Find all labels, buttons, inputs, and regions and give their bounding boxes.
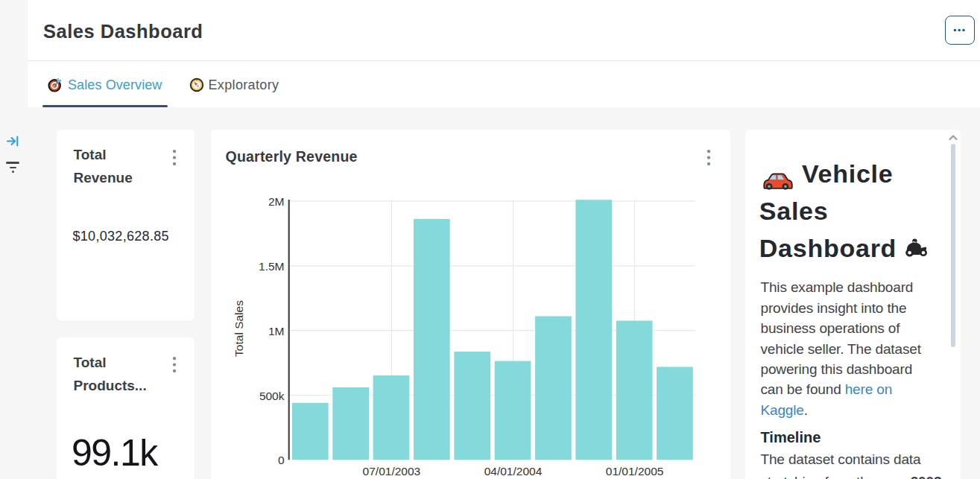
svg-text:04/01/2004: 04/01/2004: [484, 465, 543, 478]
svg-text:500k: 500k: [259, 390, 285, 402]
svg-text:1M: 1M: [268, 325, 285, 337]
svg-text:Total Sales: Total Sales: [233, 300, 245, 357]
svg-text:0: 0: [278, 454, 285, 466]
svg-text:07/01/2003: 07/01/2003: [363, 465, 421, 478]
svg-text:2M: 2M: [268, 195, 285, 208]
svg-text:01/01/2005: 01/01/2005: [606, 465, 664, 478]
svg-text:1.5M: 1.5M: [259, 260, 284, 273]
